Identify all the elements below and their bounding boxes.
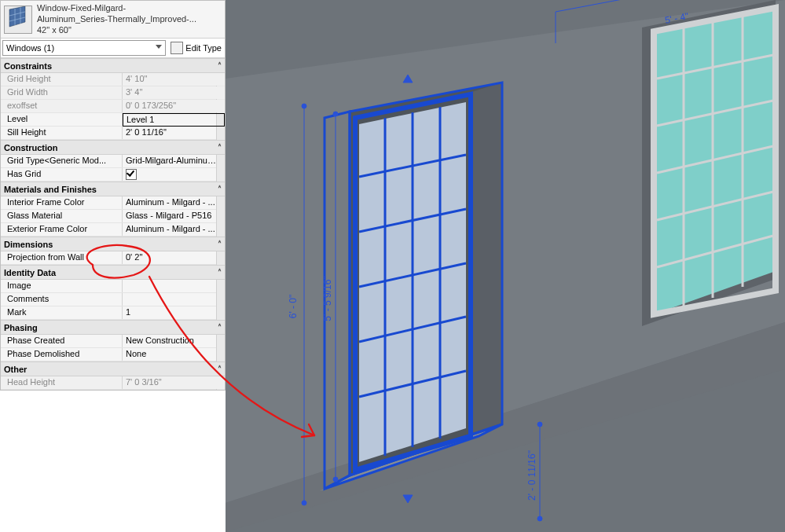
svg-marker-46 <box>403 495 413 503</box>
group-identity-header[interactable]: Identity Data ˄ <box>1 265 225 280</box>
properties-panel: Window-Fixed-Milgard- Aluminum_Series-Th… <box>0 0 226 391</box>
param-level[interactable]: LevelLevel 1 <box>1 113 225 127</box>
type-name: 42" x 60" <box>37 25 196 36</box>
param-phase-created[interactable]: Phase CreatedNew Construction <box>1 335 225 348</box>
edit-type-icon <box>171 42 183 54</box>
param-sill-height[interactable]: Sill Height2' 0 11/16" <box>1 127 225 140</box>
collapse-icon: ˄ <box>218 143 222 152</box>
param-comments[interactable]: Comments <box>1 293 225 306</box>
has-grid-checkbox[interactable] <box>126 169 137 180</box>
collapse-icon: ˄ <box>218 323 222 332</box>
edit-type-button[interactable]: Edit Type <box>171 42 222 54</box>
svg-point-40 <box>333 112 338 116</box>
viewport-drawing: 5' - 4" 6' - 0" 5' - 5 9/16" 2' - 0 11/1… <box>226 0 785 532</box>
collapse-icon: ˄ <box>218 240 222 248</box>
param-exterior-frame-color[interactable]: Exterior Frame ColorAluminum - Milgard -… <box>1 223 225 237</box>
family-name-line1: Window-Fixed-Milgard- <box>37 3 196 14</box>
type-header: Window-Fixed-Milgard- Aluminum_Series-Th… <box>1 1 225 39</box>
svg-point-37 <box>302 104 306 108</box>
param-interior-frame-color[interactable]: Interior Frame ColorAluminum - Milgard -… <box>1 196 225 210</box>
param-grid-width: Grid Width3' 4" <box>1 86 225 100</box>
3d-viewport[interactable]: 5' - 4" 6' - 0" 5' - 5 9/16" 2' - 0 11/1… <box>226 0 785 532</box>
type-thumbnail <box>4 6 32 34</box>
group-dimensions-header[interactable]: Dimensions ˄ <box>1 237 225 251</box>
collapse-icon: ˄ <box>218 365 222 373</box>
param-mark[interactable]: Mark1 <box>1 306 225 320</box>
param-projection-from-wall[interactable]: Projection from Wall0' 2" <box>1 251 225 265</box>
param-exoffset: exoffset0' 0 173/256" <box>1 100 225 113</box>
family-name-line2: Aluminum_Series-Thermally_Improved-... <box>37 14 196 25</box>
edit-type-label: Edit Type <box>185 43 222 53</box>
group-constraints-header[interactable]: Constraints ˄ <box>1 58 225 73</box>
group-other-header[interactable]: Other ˄ <box>1 361 225 376</box>
svg-marker-0 <box>9 6 25 27</box>
param-glass-material[interactable]: Glass MaterialGlass - Milgard - P516 <box>1 210 225 223</box>
dim-left-outer[interactable]: 6' - 0" <box>288 295 299 319</box>
level-value[interactable]: Level 1 <box>123 113 225 127</box>
dim-bottom[interactable]: 2' - 0 11/16" <box>526 450 537 501</box>
category-selector-label: Windows (1) <box>6 43 54 53</box>
collapse-icon: ˄ <box>218 61 222 70</box>
dim-left-inner[interactable]: 5' - 5 9/16" <box>322 276 333 321</box>
param-has-grid[interactable]: Has Grid <box>1 168 225 182</box>
collapse-icon: ˄ <box>218 268 222 277</box>
category-selector[interactable]: Windows (1) <box>2 40 166 56</box>
svg-marker-19 <box>469 83 502 440</box>
param-grid-type[interactable]: Grid Type<Generic Mod...Grid-Milgard-Alu… <box>1 155 225 168</box>
param-phase-demolished[interactable]: Phase DemolishedNone <box>1 348 225 361</box>
svg-point-43 <box>537 422 542 427</box>
group-materials-header[interactable]: Materials and Finishes ˄ <box>1 182 225 196</box>
param-image[interactable]: Image <box>1 280 225 293</box>
param-head-height: Head Height7' 0 3/16" <box>1 376 225 390</box>
collapse-icon: ˄ <box>218 185 222 193</box>
param-grid-height: Grid Height4' 10" <box>1 73 225 86</box>
group-construction-header[interactable]: Construction ˄ <box>1 140 225 155</box>
group-phasing-header[interactable]: Phasing ˄ <box>1 320 225 335</box>
svg-point-41 <box>333 477 338 482</box>
svg-point-44 <box>537 516 542 521</box>
svg-point-38 <box>302 501 306 505</box>
